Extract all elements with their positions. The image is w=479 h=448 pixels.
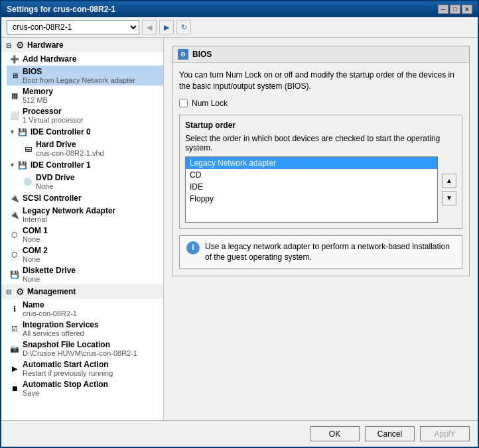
nav-forward-button[interactable]: ▶ [159, 20, 174, 34]
vm-dropdown[interactable]: crus-con-08R2-1 [7, 20, 139, 34]
processor-icon: ⬜ [9, 110, 20, 121]
processor-label: Processor [23, 107, 84, 116]
add-hardware-row[interactable]: ➕ Add Hardware [7, 52, 163, 66]
ide0-label: IDE Controller 0 [31, 127, 91, 137]
tree-item-snapshot: 📷 Snapshot File Location D:\Crusoe HU\VM… [1, 339, 163, 359]
legacy-network-row[interactable]: 🔌 Legacy Network Adapter Internal [7, 205, 163, 225]
com1-row[interactable]: ⬡ COM 1 None [7, 225, 163, 245]
title-bar-buttons: ─ □ ✕ [438, 5, 472, 14]
title-bar: Settings for crus-con-08R2-1 ─ □ ✕ [1, 1, 478, 17]
management-section-header[interactable]: ⊟ ⚙ Management [1, 284, 163, 299]
left-panel: ⊟ ⚙ Hardware ➕ Add Hardware 🖥 BIOS Boot … [1, 38, 164, 420]
bios-header-icon: B [178, 49, 188, 60]
apply-button[interactable]: ApplY [420, 426, 470, 441]
nav-back-button[interactable]: ◀ [142, 20, 157, 34]
ide1-children: 💿 DVD Drive None [7, 172, 163, 192]
tree-item-bios: 🖥 BIOS Boot from Legacy Network adapter [1, 66, 163, 85]
memory-label: Memory [23, 87, 53, 96]
name-row[interactable]: ℹ Name crus-con-08R2-1 [7, 299, 163, 319]
memory-row[interactable]: ▦ Memory 512 MB [7, 85, 163, 105]
auto-start-icon: ▶ [9, 363, 20, 374]
collapse-icon: ⊟ [4, 40, 13, 50]
nav-refresh-button[interactable]: ↻ [176, 20, 191, 34]
ok-button[interactable]: OK [310, 426, 360, 441]
com1-label: COM 1 [23, 226, 48, 235]
snapshot-label: Snapshot File Location [23, 340, 137, 349]
toolbar: crus-con-08R2-1 ◀ ▶ ↻ [1, 17, 478, 38]
bios-row[interactable]: 🖥 BIOS Boot from Legacy Network adapter [7, 66, 163, 85]
cancel-button[interactable]: Cancel [365, 426, 415, 441]
boot-list-item[interactable]: CD [186, 169, 437, 181]
management-section-icon: ⚙ [16, 286, 25, 297]
startup-order-group: Startup order Select the order in which … [179, 115, 462, 229]
bios-section-box: B BIOS You can turn Num Lock on or off a… [172, 46, 470, 276]
bios-sub: Boot from Legacy Network adapter [23, 76, 135, 84]
com2-icon: ⬡ [9, 249, 20, 260]
tree-item-com2: ⬡ COM 2 None [1, 245, 163, 264]
tree-item-name: ℹ Name crus-con-08R2-1 [1, 299, 163, 319]
auto-start-row[interactable]: ▶ Automatic Start Action Restart if prev… [7, 359, 163, 378]
minimize-button[interactable]: ─ [438, 5, 448, 14]
tree-item-memory: ▦ Memory 512 MB [1, 85, 163, 105]
auto-stop-row[interactable]: ⏹ Automatic Stop Action Save [7, 378, 163, 398]
snapshot-row[interactable]: 📷 Snapshot File Location D:\Crusoe HU\VM… [7, 339, 163, 359]
hardware-section-icon: ⚙ [16, 40, 25, 50]
num-lock-label: Num Lock [192, 99, 228, 108]
ide1-label: IDE Controller 1 [31, 160, 91, 170]
arrow-up-button[interactable]: ▲ [442, 174, 456, 188]
boot-list[interactable]: Legacy Network adapterCDIDEFloppy [185, 156, 438, 223]
arrow-down-button[interactable]: ▼ [442, 191, 456, 205]
hardware-section-header[interactable]: ⊟ ⚙ Hardware [1, 38, 163, 52]
tree-item-scsi: 🔌 SCSI Controller [1, 192, 163, 205]
boot-list-item[interactable]: Floppy [186, 193, 437, 205]
tree-item-com1: ⬡ COM 1 None [1, 225, 163, 245]
com1-icon: ⬡ [9, 229, 20, 240]
ide0-row[interactable]: ▼ 💾 IDE Controller 0 [7, 125, 163, 139]
ide1-row[interactable]: ▼ 💾 IDE Controller 1 [7, 158, 163, 172]
management-collapse-icon: ⊟ [4, 287, 13, 296]
integration-row[interactable]: ☑ Integration Services All services offe… [7, 319, 163, 339]
hard-drive-sub: crus-con-08R2-1.vhd [36, 149, 104, 157]
num-lock-checkbox[interactable] [179, 99, 188, 107]
boot-list-item[interactable]: Legacy Network adapter [186, 157, 437, 169]
hard-drive-icon: 🖴 [23, 143, 33, 154]
info-icon: i [186, 241, 200, 254]
hard-drive-row[interactable]: 🖴 Hard Drive crus-con-08R2-1.vhd [20, 139, 163, 158]
ide1-icon: 💾 [17, 160, 28, 170]
dvd-drive-sub: None [36, 182, 75, 190]
memory-icon: ▦ [9, 90, 20, 101]
close-button[interactable]: ✕ [462, 5, 472, 14]
settings-window: Settings for crus-con-08R2-1 ─ □ ✕ crus-… [0, 0, 479, 448]
com2-row[interactable]: ⬡ COM 2 None [7, 245, 163, 264]
info-text: Use a legacy network adapter to perform … [205, 241, 455, 264]
tree-item-ide1: ▼ 💾 IDE Controller 1 💿 DVD Drive None [1, 158, 163, 192]
right-panel: B BIOS You can turn Num Lock on or off a… [164, 38, 478, 420]
window-title: Settings for crus-con-08R2-1 [7, 5, 115, 14]
diskette-row[interactable]: 💾 Diskette Drive None [7, 264, 163, 284]
auto-stop-sub: Save [23, 389, 108, 397]
diskette-label: Diskette Drive [23, 266, 76, 275]
snapshot-icon: 📷 [9, 343, 20, 354]
ide0-icon: 💾 [17, 127, 28, 137]
integration-sub: All services offered [23, 329, 99, 337]
info-box: i Use a legacy network adapter to perfor… [179, 235, 462, 270]
dvd-drive-icon: 💿 [23, 176, 33, 187]
boot-order-area: Legacy Network adapterCDIDEFloppy ▲ ▼ [185, 156, 456, 223]
ide0-children: 🖴 Hard Drive crus-con-08R2-1.vhd [7, 139, 163, 158]
bios-section-content: You can turn Num Lock on or off and modi… [172, 63, 469, 276]
tree-item-auto-stop: ⏹ Automatic Stop Action Save [1, 378, 163, 398]
bios-section-title: BIOS [192, 50, 212, 59]
tree-item-integration: ☑ Integration Services All services offe… [1, 319, 163, 339]
restore-button[interactable]: □ [450, 5, 460, 14]
scsi-icon: 🔌 [9, 193, 20, 203]
bios-icon: 🖥 [9, 70, 20, 81]
tree-item-processor: ⬜ Processor 1 Virtual processor [1, 105, 163, 125]
boot-list-item[interactable]: IDE [186, 181, 437, 193]
tree-item-add-hardware: ➕ Add Hardware [1, 52, 163, 66]
bios-section-box-header: B BIOS [172, 46, 469, 63]
processor-row[interactable]: ⬜ Processor 1 Virtual processor [7, 105, 163, 125]
dvd-drive-row[interactable]: 💿 DVD Drive None [20, 172, 163, 192]
main-content: ⊟ ⚙ Hardware ➕ Add Hardware 🖥 BIOS Boot … [1, 38, 478, 420]
snapshot-sub: D:\Crusoe HU\VM\crus-con-08R2-1 [23, 349, 137, 357]
scsi-row[interactable]: 🔌 SCSI Controller [7, 192, 163, 205]
